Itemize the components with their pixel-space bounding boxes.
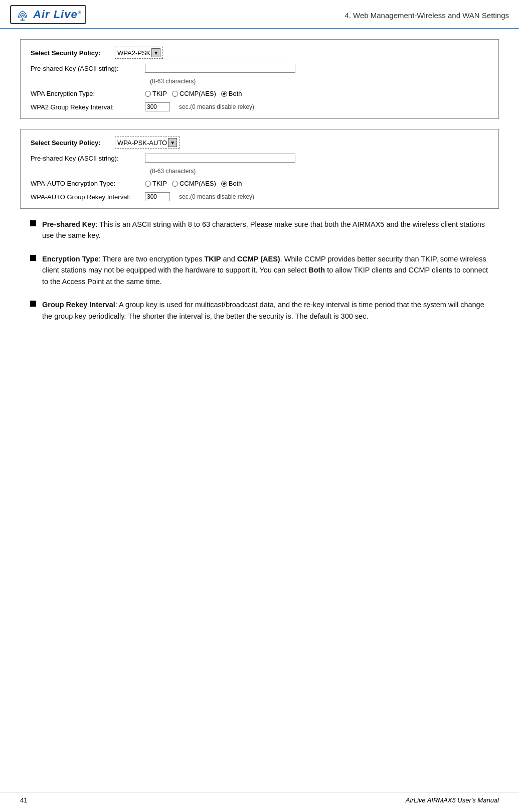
main-content: Select Security Policy: WPA2-PSK ▼ Pre-s… <box>0 29 519 344</box>
ccmp-radio-circle-2[interactable] <box>172 181 178 187</box>
tkip-radio-1[interactable]: TKIP <box>145 90 167 97</box>
page-header: Air Live® 4. Web Management-Wireless and… <box>0 0 519 29</box>
bullet-square-3 <box>30 301 36 307</box>
chars-note-1: (8-63 characters) <box>150 78 196 85</box>
antenna-icon <box>15 9 30 21</box>
chars-note-row-2: (8-63 characters) <box>31 168 488 175</box>
preshared-input-1[interactable] <box>145 64 295 73</box>
ccmp-bold: CCMP (AES) <box>237 255 280 263</box>
bullet-square-2 <box>30 255 36 261</box>
policy-select-2[interactable]: WPA-PSK-AUTO ▼ <box>115 137 180 149</box>
encryption-label-2: WPA-AUTO Encryption Type: <box>31 180 141 187</box>
chars-note-2: (8-63 characters) <box>150 168 196 175</box>
footer-page-number: 41 <box>20 796 27 804</box>
both-bold: Both <box>308 266 325 274</box>
encryption-radio-group-1: TKIP CCMP(AES) Both <box>145 90 242 97</box>
interval-label-1: WPA2 Group Rekey Interval: <box>31 103 141 111</box>
interval-input-1[interactable] <box>145 102 170 111</box>
interval-note-2: sec.(0 means disable rekey) <box>179 193 254 200</box>
interval-input-2[interactable] <box>145 192 170 201</box>
both-radio-1[interactable]: Both <box>221 90 242 97</box>
policy-select-1[interactable]: WPA2-PSK ▼ <box>115 47 163 59</box>
logo-area: Air Live® <box>10 5 86 24</box>
bullet-square-1 <box>30 220 36 226</box>
interval-row-1: WPA2 Group Rekey Interval: sec.(0 means … <box>31 102 488 111</box>
interval-label-2: WPA-AUTO Group Rekey Interval: <box>31 193 141 201</box>
both-label-2: Both <box>229 180 242 187</box>
ccmp-label-2: CCMP(AES) <box>180 180 216 187</box>
tkip-radio-circle-1[interactable] <box>145 91 151 97</box>
bullet-rekey: Group Rekey Interval: A group key is use… <box>30 299 489 322</box>
bullet-text-rekey: Group Rekey Interval: A group key is use… <box>42 299 489 322</box>
bullet-text-preshared: Pre-shared Key: This is an ASCII string … <box>42 219 489 241</box>
encryption-body-2: and <box>221 255 237 263</box>
ccmp-radio-2[interactable]: CCMP(AES) <box>172 180 216 187</box>
ccmp-radio-circle-1[interactable] <box>172 91 178 97</box>
ccmp-label-1: CCMP(AES) <box>180 90 216 97</box>
policy-label-2: Select Security Policy: <box>31 139 111 147</box>
preshared-row-2: Pre-shared Key (ASCII string): <box>31 154 488 163</box>
tkip-label-2: TKIP <box>152 180 167 187</box>
logo-box: Air Live® <box>10 5 86 24</box>
encryption-radio-group-2: TKIP CCMP(AES) Both <box>145 180 242 187</box>
preshared-body: : This is an ASCII string with 8 to 63 c… <box>42 220 485 239</box>
both-radio-circle-2[interactable] <box>221 181 227 187</box>
both-label-1: Both <box>229 90 242 97</box>
encryption-title: Encryption Type <box>42 255 99 263</box>
encryption-label-1: WPA Encryption Type: <box>31 90 141 97</box>
preshared-input-2[interactable] <box>145 154 295 163</box>
bullet-encryption: Encryption Type: There are two encryptio… <box>30 253 489 287</box>
preshared-row-1: Pre-shared Key (ASCII string): <box>31 64 488 73</box>
tkip-radio-2[interactable]: TKIP <box>145 180 167 187</box>
tkip-bold: TKIP <box>204 255 221 263</box>
tkip-radio-circle-2[interactable] <box>145 181 151 187</box>
select-arrow-1[interactable]: ▼ <box>151 48 160 57</box>
encryption-row-1: WPA Encryption Type: TKIP CCMP(AES) Both <box>31 90 488 97</box>
preshared-label-1: Pre-shared Key (ASCII string): <box>31 65 141 72</box>
policy-label-1: Select Security Policy: <box>31 49 111 57</box>
wpa2-psk-panel: Select Security Policy: WPA2-PSK ▼ Pre-s… <box>20 39 499 119</box>
bullets-section: Pre-shared Key: This is an ASCII string … <box>20 219 499 322</box>
footer-manual-text: AirLive AIRMAX5 User's Manual <box>406 796 499 804</box>
tkip-label-1: TKIP <box>152 90 167 97</box>
bullet-text-encryption: Encryption Type: There are two encryptio… <box>42 253 489 287</box>
logo-text: Air Live® <box>33 8 81 21</box>
ccmp-radio-1[interactable]: CCMP(AES) <box>172 90 216 97</box>
bullet-preshared: Pre-shared Key: This is an ASCII string … <box>30 219 489 241</box>
chars-note-row-1: (8-63 characters) <box>31 78 488 85</box>
both-radio-circle-1[interactable] <box>221 91 227 97</box>
policy-row-2: Select Security Policy: WPA-PSK-AUTO ▼ <box>31 137 488 149</box>
encryption-body-1: : There are two encryption types <box>99 255 205 263</box>
both-radio-2[interactable]: Both <box>221 180 242 187</box>
preshared-label-2: Pre-shared Key (ASCII string): <box>31 155 141 162</box>
page-title: 4. Web Management-Wireless and WAN Setti… <box>344 11 509 20</box>
preshared-title: Pre-shared Key <box>42 220 95 228</box>
interval-row-2: WPA-AUTO Group Rekey Interval: sec.(0 me… <box>31 192 488 201</box>
encryption-row-2: WPA-AUTO Encryption Type: TKIP CCMP(AES)… <box>31 180 488 187</box>
page-footer: 41 AirLive AIRMAX5 User's Manual <box>0 792 519 804</box>
select-arrow-2[interactable]: ▼ <box>168 138 177 147</box>
wpa-psk-auto-panel: Select Security Policy: WPA-PSK-AUTO ▼ P… <box>20 129 499 209</box>
policy-row-1: Select Security Policy: WPA2-PSK ▼ <box>31 47 488 59</box>
interval-note-1: sec.(0 means disable rekey) <box>179 103 254 110</box>
rekey-title: Group Rekey Interval <box>42 301 115 309</box>
